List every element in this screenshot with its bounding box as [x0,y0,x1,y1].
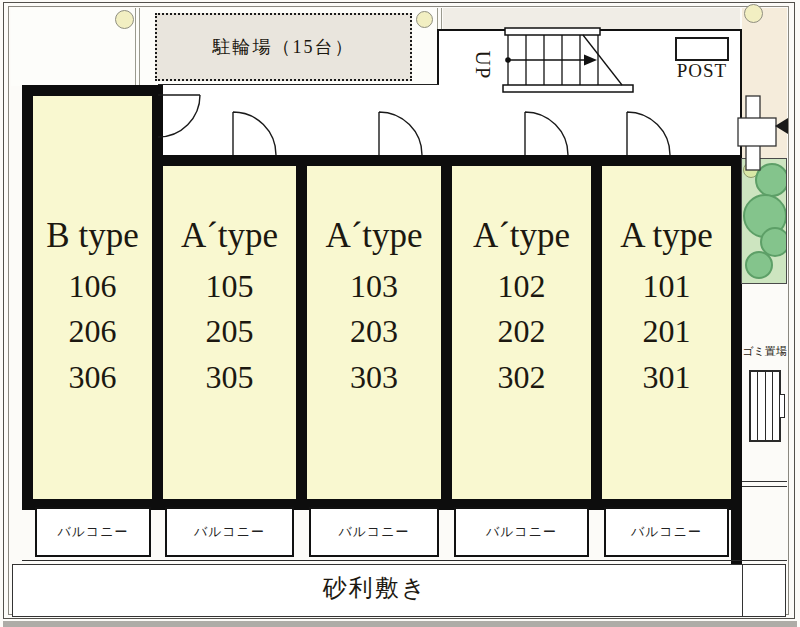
room-numbers: 105 205 305 [206,264,254,400]
room-number: 106 [69,264,117,309]
room-number: 201 [643,309,691,354]
bicycle-parking-area: 駐輪場（15台） [155,13,412,81]
balcony-label: バルコニー [338,523,409,541]
wall [22,85,159,96]
unit-type-label: A´type [473,216,570,256]
tree-icon [755,163,787,197]
room-number: 302 [498,355,546,400]
room-number: 103 [350,264,398,309]
balcony-label: バルコニー [631,523,702,541]
pillar-icon [744,4,763,23]
room-number: 202 [498,309,546,354]
wall [441,155,452,510]
gate-handle-icon [779,394,785,418]
floor-plan-page: 駐輪場（15台） B type 106 206 306 A´type 105 2… [0,0,800,627]
room-number: 206 [69,309,117,354]
balcony: バルコニー [309,507,439,557]
wall [591,155,602,510]
divider-line [742,481,787,482]
balcony-label: バルコニー [57,523,128,541]
balcony: バルコニー [454,507,589,557]
column-line-icon [135,8,140,85]
top-strip [443,8,740,30]
room-number: 101 [643,264,691,309]
balcony: バルコニー [165,507,294,557]
garbage-area-label: ゴミ置場 [740,344,789,359]
room-number: 305 [206,355,254,400]
tree-icon [745,251,773,279]
room-numbers: 101 201 301 [643,264,691,400]
unit-type-label: A type [620,216,712,256]
room-number: 102 [498,264,546,309]
gravel-label: 砂利敷き [310,572,440,604]
balcony-label: バルコニー [194,523,265,541]
balcony-label: バルコニー [486,523,557,541]
room-number: 105 [206,264,254,309]
room-number: 303 [350,355,398,400]
divider-line [22,560,742,561]
bicycle-parking-label: 駐輪場（15台） [213,35,355,59]
pillar-icon [416,11,433,28]
room-number: 205 [206,309,254,354]
corridor [158,84,439,156]
balcony: バルコニー [604,507,729,557]
unit-a-prime-type: A´type 103 203 303 [307,166,441,499]
room-number: 203 [350,309,398,354]
room-numbers: 102 202 302 [498,264,546,400]
room-numbers: 103 203 303 [350,264,398,400]
room-number: 301 [643,355,691,400]
unit-a-prime-type: A´type 102 202 302 [452,166,591,499]
wall [152,85,163,510]
wall [296,155,307,510]
pillar-icon [115,10,134,29]
bottom-edge-bar [3,621,797,627]
divider-line [742,564,743,617]
column-line-icon [437,8,442,29]
divider-line [742,560,787,561]
unit-type-label: A´type [181,216,278,256]
room-numbers: 106 206 306 [69,264,117,400]
post-box-icon [675,37,729,61]
planting-bed [741,158,787,284]
room-number: 306 [69,355,117,400]
unit-b-type: B type 106 206 306 [33,96,152,499]
unit-a-prime-type: A´type 105 205 305 [163,166,296,499]
unit-a-type: A type 101 201 301 [602,166,731,499]
garbage-gate-icon [749,370,781,442]
post-label: POST [671,60,733,82]
unit-type-label: B type [46,216,138,256]
stairs-up-label: UP [469,45,495,85]
balcony: バルコニー [35,507,151,557]
side-yard [742,8,787,158]
divider-line [742,486,787,487]
unit-type-label: A´type [325,216,422,256]
wall [22,85,33,510]
